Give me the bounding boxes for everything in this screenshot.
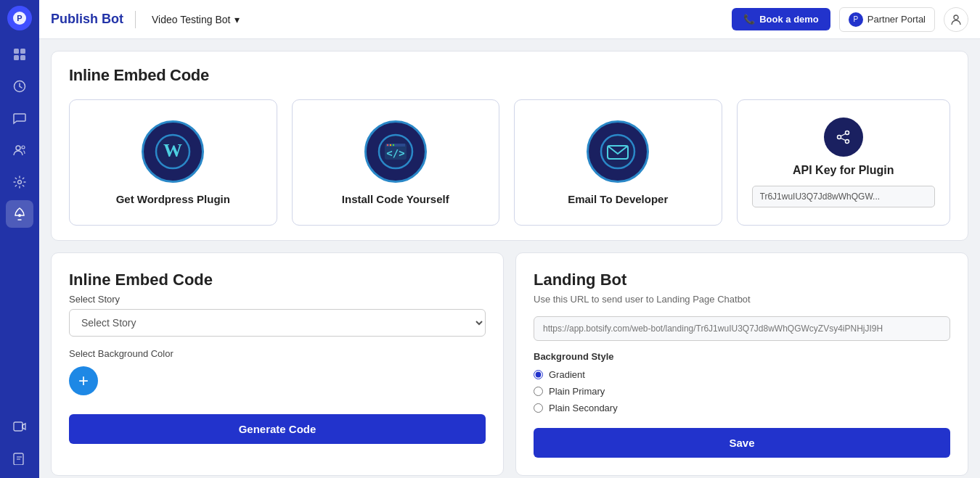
wordpress-icon: W <box>155 133 191 170</box>
sidebar-item-book[interactable] <box>6 445 33 472</box>
svg-rect-22 <box>386 144 405 147</box>
email-developer-card[interactable]: Email To Developer <box>514 99 722 226</box>
inline-embed-title: Inline Embed Code <box>69 271 486 289</box>
select-story-label: Select Story <box>69 294 486 305</box>
bg-style-label: Background Style <box>534 351 950 362</box>
background-style-group: Gradient Plain Primary Plain Secondary <box>534 369 950 413</box>
code-icon: </> <box>377 133 414 170</box>
radio-gradient-label: Gradient <box>549 369 585 380</box>
email-icon <box>600 133 636 170</box>
svg-point-32 <box>845 140 849 144</box>
partner-portal-label: Partner Portal <box>867 14 926 25</box>
nav-divider <box>135 11 136 28</box>
radio-gradient-input[interactable] <box>534 370 543 379</box>
radio-plain-secondary[interactable]: Plain Secondary <box>534 403 950 413</box>
sidebar-item-video[interactable] <box>6 413 33 440</box>
svg-point-24 <box>390 144 391 145</box>
svg-point-7 <box>16 146 20 150</box>
svg-point-15 <box>954 15 958 20</box>
install-code-label: Install Code Yourself <box>342 193 449 205</box>
svg-point-31 <box>837 136 841 139</box>
svg-text:W: W <box>163 140 182 161</box>
radio-plain-primary-label: Plain Primary <box>549 386 605 397</box>
svg-point-10 <box>18 214 21 217</box>
svg-text:P: P <box>17 14 22 22</box>
wordpress-card[interactable]: W Get Wordpress Plugin <box>69 99 277 226</box>
radio-plain-primary[interactable]: Plain Primary <box>534 386 950 397</box>
api-icon-circle <box>824 118 863 157</box>
book-demo-label: Book a demo <box>759 14 819 25</box>
code-icon-ring: </> <box>364 120 427 183</box>
inline-embed-bottom-panel: Inline Embed Code Select Story Select St… <box>51 252 504 476</box>
email-icon-ring <box>587 120 649 183</box>
radio-gradient[interactable]: Gradient <box>534 369 950 380</box>
select-story-dropdown[interactable]: Select Story <box>69 309 486 337</box>
svg-point-30 <box>845 131 849 135</box>
inline-embed-top-panel: Inline Embed Code W Get Wordpress Plugin <box>51 51 968 241</box>
bottom-row: Inline Embed Code Select Story Select St… <box>51 252 968 476</box>
share-icon <box>836 129 852 145</box>
svg-rect-5 <box>20 55 25 60</box>
radio-plain-primary-input[interactable] <box>534 387 543 396</box>
email-developer-label: Email To Developer <box>568 193 668 205</box>
wordpress-card-label: Get Wordpress Plugin <box>116 193 230 205</box>
svg-point-25 <box>393 144 394 145</box>
sidebar-item-dashboard[interactable] <box>6 41 33 68</box>
radio-plain-secondary-input[interactable] <box>534 403 543 413</box>
landing-bot-panel: Landing Bot Use this URL to send user to… <box>515 252 968 476</box>
landing-bot-url-input[interactable] <box>534 316 950 341</box>
wordpress-icon-ring: W <box>142 120 204 183</box>
svg-line-34 <box>841 139 845 141</box>
bot-selector[interactable]: Video Testing Bot ▾ <box>144 10 247 29</box>
landing-bot-title: Landing Bot <box>534 271 950 289</box>
svg-rect-2 <box>14 49 19 54</box>
user-button[interactable] <box>944 7 968 32</box>
sidebar: P <box>0 0 39 478</box>
save-button[interactable]: Save <box>534 428 950 458</box>
top-panel-title: Inline Embed Code <box>69 66 950 85</box>
sidebar-item-users[interactable] <box>6 136 33 164</box>
brand-name: Publish Bot <box>51 12 123 27</box>
api-key-card: API Key for Plugin <box>737 99 951 226</box>
svg-line-33 <box>841 134 845 136</box>
select-bg-color-label: Select Background Color <box>69 348 486 359</box>
api-title: API Key for Plugin <box>793 164 894 177</box>
svg-rect-4 <box>14 55 19 60</box>
main-content: Publish Bot Video Testing Bot ▾ 📞 Book a… <box>39 0 980 478</box>
generate-code-button[interactable]: Generate Code <box>69 414 486 444</box>
plus-icon: + <box>78 372 89 390</box>
api-key-input[interactable] <box>752 186 936 207</box>
svg-text:</>: </> <box>386 147 404 159</box>
phone-icon: 📞 <box>743 14 755 25</box>
svg-point-23 <box>387 144 388 145</box>
partner-portal-button[interactable]: P Partner Portal <box>839 7 935 32</box>
install-code-card[interactable]: </> Install Code Yourself <box>292 99 500 226</box>
partner-icon: P <box>849 12 863 27</box>
top-navigation: Publish Bot Video Testing Bot ▾ 📞 Book a… <box>39 0 980 39</box>
sidebar-item-history[interactable] <box>6 73 33 100</box>
landing-bot-subtitle: Use this URL to send user to Landing Pag… <box>534 294 950 305</box>
book-demo-button[interactable]: 📞 Book a demo <box>732 8 830 30</box>
embed-cards-row: W Get Wordpress Plugin <box>69 99 950 226</box>
bot-name: Video Testing Bot <box>152 14 230 25</box>
svg-point-9 <box>18 181 22 184</box>
page-content: Inline Embed Code W Get Wordpress Plugin <box>39 39 980 478</box>
sidebar-item-chat[interactable] <box>6 104 33 132</box>
svg-rect-3 <box>20 49 25 54</box>
svg-marker-12 <box>23 424 25 429</box>
sidebar-item-settings[interactable] <box>6 168 33 196</box>
svg-rect-11 <box>14 422 23 431</box>
svg-point-8 <box>22 146 25 149</box>
sidebar-logo[interactable]: P <box>7 6 32 30</box>
radio-plain-secondary-label: Plain Secondary <box>549 403 618 413</box>
chevron-down-icon: ▾ <box>234 14 240 25</box>
add-color-button[interactable]: + <box>69 366 98 395</box>
sidebar-item-launch[interactable] <box>6 200 33 228</box>
